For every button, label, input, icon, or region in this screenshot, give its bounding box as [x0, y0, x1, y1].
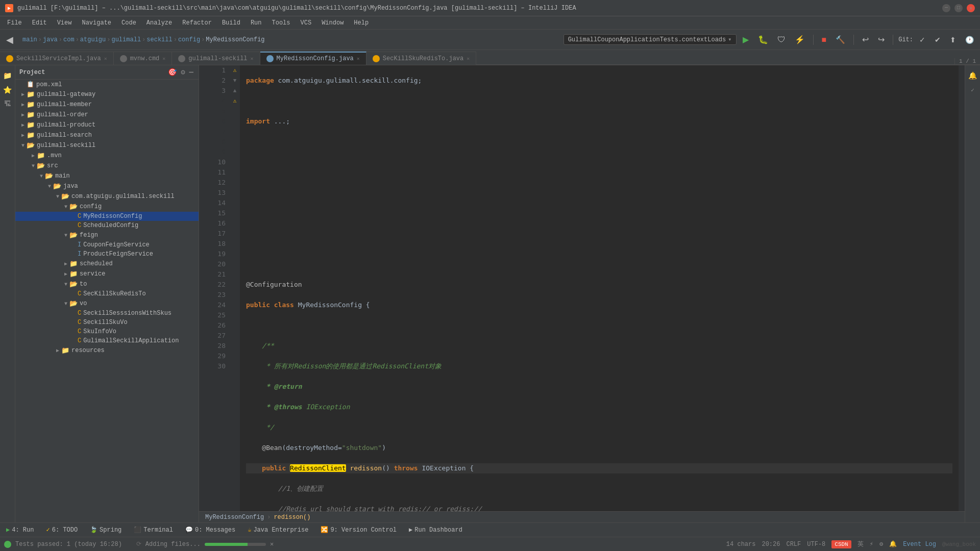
menu-help[interactable]: Help — [349, 18, 374, 28]
breadcrumb-java[interactable]: java — [43, 36, 58, 43]
tree-item-seckill[interactable]: ▼ 📂 gulimall-seckill — [15, 140, 199, 151]
back-button[interactable]: ◀ — [3, 33, 16, 47]
tree-item-resources[interactable]: ▶ 📁 resources — [15, 345, 199, 356]
coverage-button[interactable]: 🛡 — [774, 33, 789, 47]
tab-mvnwcmd[interactable]: mvnw.cmd ✕ — [114, 52, 173, 65]
editor-breadcrumb-class[interactable]: MyRedissonConfig — [205, 514, 264, 521]
breadcrumb-seckill[interactable]: seckill — [146, 36, 172, 43]
panel-favorites-icon[interactable]: ⭐ — [2, 84, 14, 96]
breadcrumb-com[interactable]: com — [63, 36, 75, 43]
tree-item-member[interactable]: ▶ 📁 gulimall-member — [15, 99, 199, 110]
tab-close-seckillskuredisto[interactable]: ✕ — [467, 56, 470, 62]
tree-item-main[interactable]: ▼ 📂 main — [15, 171, 199, 181]
run-button[interactable]: ▶ — [740, 33, 752, 47]
tab-run[interactable]: ▶ 4: Run — [3, 523, 37, 537]
tree-item-to[interactable]: ▼ 📂 to — [15, 279, 199, 289]
menu-build[interactable]: Build — [217, 18, 246, 28]
tab-close-gulimall[interactable]: ✕ — [251, 56, 254, 62]
menu-code[interactable]: Code — [116, 18, 141, 28]
breadcrumb-main[interactable]: main — [22, 36, 37, 43]
undo-button[interactable]: ↩ — [859, 33, 872, 47]
menu-analyze[interactable]: Analyze — [141, 18, 177, 28]
tree-item-skuinfovo[interactable]: C SkuInfoVo — [15, 327, 199, 336]
tab-messages[interactable]: 💬 0: Messages — [182, 523, 238, 537]
redo-button[interactable]: ↪ — [875, 33, 888, 47]
git-commit-button[interactable]: ✔ — [932, 33, 944, 47]
menu-tools[interactable]: Tools — [267, 18, 296, 28]
panel-project-icon[interactable]: 📁 — [2, 69, 14, 82]
menu-edit[interactable]: Edit — [27, 18, 52, 28]
editor-breadcrumb-method[interactable]: redisson() — [274, 514, 310, 521]
tree-item-pom[interactable]: 📋 pom.xml — [15, 80, 199, 89]
sidebar-settings-btn[interactable]: ⚙ — [180, 67, 186, 78]
git-update-button[interactable]: ✓ — [916, 33, 928, 47]
tree-item-config[interactable]: ▼ 📂 config — [15, 202, 199, 212]
notification-icon[interactable]: 🔔 — [889, 540, 897, 548]
menu-window[interactable]: Window — [316, 18, 349, 28]
close-button[interactable]: ✕ — [967, 4, 975, 12]
tree-item-src[interactable]: ▼ 📂 src — [15, 161, 199, 171]
tree-item-order[interactable]: ▶ 📁 gulimall-order — [15, 110, 199, 120]
breadcrumb-atguigu[interactable]: atguigu — [80, 36, 106, 43]
code-editor[interactable]: 1 2 3 4 5 6 7 8 9 10 11 12 13 14 15 16 1… — [199, 65, 965, 522]
tree-item-seckillskuredisto[interactable]: C SecKillSkuRedisTo — [15, 289, 199, 298]
tab-todo[interactable]: ✓ 6: TODO — [43, 523, 81, 537]
tree-item-scheduled[interactable]: ▶ 📁 scheduled — [15, 259, 199, 269]
sidebar-collapse-btn[interactable]: — — [188, 67, 194, 78]
build-button[interactable]: 🔨 — [832, 33, 848, 47]
panel-structure-icon[interactable]: 🏗 — [2, 98, 14, 110]
tree-item-java[interactable]: ▼ 📂 java — [15, 181, 199, 191]
tab-run-dashboard[interactable]: ▶ Run Dashboard — [406, 523, 465, 537]
tab-close-seckillserviceimpl[interactable]: ✕ — [104, 56, 107, 62]
profile-button[interactable]: ⚡ — [792, 33, 808, 47]
tree-item-scheduledconfig[interactable]: C ScheduledConfig — [15, 221, 199, 230]
tree-item-seckillsessions[interactable]: C SeckillSesssionsWithSkus — [15, 309, 199, 318]
sidebar-locate-btn[interactable]: 🎯 — [167, 67, 178, 78]
line-endings[interactable]: CRLF — [786, 541, 801, 548]
code-content[interactable]: package com.atguigu.gulimall.seckill.con… — [240, 65, 959, 511]
tree-item-feign[interactable]: ▼ 📂 feign — [15, 230, 199, 240]
breadcrumb-gulimall[interactable]: gulimall — [111, 36, 141, 43]
breadcrumb-config[interactable]: config — [178, 36, 200, 43]
menu-view[interactable]: View — [52, 18, 77, 28]
maximize-button[interactable]: □ — [954, 4, 963, 12]
menu-file[interactable]: File — [2, 18, 27, 28]
minimize-button[interactable]: ─ — [942, 4, 950, 12]
tree-item-vo[interactable]: ▼ 📂 vo — [15, 298, 199, 309]
git-push-button[interactable]: ⬆ — [947, 33, 959, 47]
git-history-button[interactable]: 🕐 — [962, 33, 977, 47]
tree-item-gateway[interactable]: ▶ 📁 gulimall-gateway — [15, 89, 199, 99]
tab-close-myredisson[interactable]: ✕ — [357, 56, 360, 62]
tab-spring[interactable]: 🍃 Spring — [87, 523, 125, 537]
tab-seckillserviceimpl[interactable]: SeckillServiceImpl.java ✕ — [0, 52, 114, 65]
panel-validation-icon[interactable]: ✓ — [967, 84, 979, 96]
menu-navigate[interactable]: Navigate — [77, 18, 116, 28]
tree-item-mvn[interactable]: ▶ 📁 .mvn — [15, 151, 199, 161]
menu-vcs[interactable]: VCS — [296, 18, 317, 28]
breadcrumb-active[interactable]: MyRedissonConfig — [206, 36, 264, 43]
tree-item-productfeignservice[interactable]: I ProductFeignService — [15, 249, 199, 259]
scroll-indicator[interactable] — [959, 65, 965, 511]
tree-item-myredissonconfig[interactable]: C MyRedissonConfig — [15, 212, 199, 221]
menu-refactor[interactable]: Refactor — [177, 18, 217, 28]
tree-item-couponfeignservice[interactable]: I CouponFeignService — [15, 240, 199, 249]
window-controls[interactable]: ─ □ ✕ — [942, 4, 975, 12]
tab-version-control[interactable]: 🔀 9: Version Control — [317, 523, 400, 537]
tab-terminal[interactable]: ⬛ Terminal — [131, 523, 176, 537]
tree-item-search[interactable]: ▶ 📁 gulimall-search — [15, 130, 199, 140]
tab-seckillskuredisto[interactable]: SecKillSkuRedisTo.java ✕ — [366, 52, 476, 65]
event-log[interactable]: Event Log — [903, 541, 936, 548]
tree-item-service[interactable]: ▶ 📁 service — [15, 269, 199, 279]
stop-button[interactable]: ■ — [819, 33, 830, 47]
tab-close-mvnw[interactable]: ✕ — [162, 56, 165, 62]
debug-button[interactable]: 🐛 — [755, 33, 771, 47]
menu-run[interactable]: Run — [246, 18, 267, 28]
settings-icon-status[interactable]: ⚙ — [879, 540, 883, 548]
tree-item-application[interactable]: C GulimallSeckillApplication — [15, 336, 199, 345]
progress-close[interactable]: ✕ — [270, 540, 274, 548]
encoding[interactable]: UTF-8 — [807, 541, 825, 548]
tree-item-seckillskuvo[interactable]: C SeckillSkuVo — [15, 318, 199, 327]
tab-myredissonconfig[interactable]: MyRedissonConfig.java ✕ — [260, 52, 366, 65]
run-config-selector[interactable]: GulimallCouponApplicationTests.contextLo… — [564, 34, 737, 45]
tree-item-package[interactable]: ▼ 📂 com.atguigu.gulimall.seckill — [15, 191, 199, 202]
